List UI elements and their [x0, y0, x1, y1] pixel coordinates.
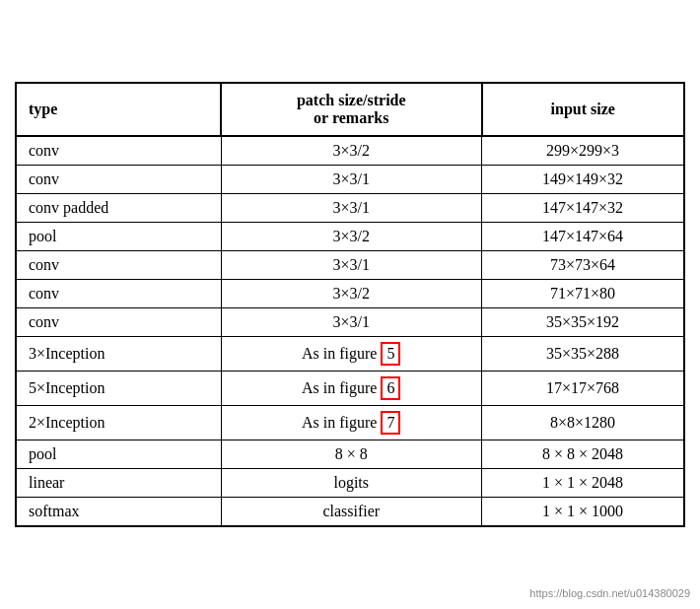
cell-type: conv — [17, 166, 221, 194]
cell-input: 299×299×3 — [482, 136, 683, 166]
cell-input: 73×73×64 — [482, 251, 683, 280]
cell-input: 1 × 1 × 2048 — [482, 469, 683, 498]
table-row: softmaxclassifier1 × 1 × 1000 — [17, 498, 683, 526]
cell-patch: As in figure 7 — [221, 406, 482, 440]
table-row: pool8 × 88 × 8 × 2048 — [17, 440, 683, 469]
cell-patch: classifier — [221, 498, 482, 526]
cell-type: 2×Inception — [17, 406, 221, 440]
cell-type: 3×Inception — [17, 337, 221, 372]
table-row: 2×InceptionAs in figure 78×8×1280 — [17, 406, 683, 440]
cell-patch: As in figure 6 — [221, 372, 482, 406]
cell-type: pool — [17, 440, 221, 469]
cell-input: 8 × 8 × 2048 — [482, 440, 683, 469]
cell-type: pool — [17, 223, 221, 251]
cell-patch: 3×3/1 — [221, 166, 482, 194]
table-row: pool3×3/2147×147×64 — [17, 223, 683, 251]
cell-patch: 8 × 8 — [221, 440, 482, 469]
table-wrapper: type patch size/stride or remarks input … — [15, 82, 685, 527]
cell-type: conv padded — [17, 194, 221, 223]
highlighted-figure-num: 6 — [381, 376, 400, 400]
table-row: conv3×3/2299×299×3 — [17, 136, 683, 166]
cell-patch: 3×3/1 — [221, 194, 482, 223]
cell-input: 149×149×32 — [482, 166, 683, 194]
table-row: conv padded3×3/1147×147×32 — [17, 194, 683, 223]
cell-input: 35×35×288 — [482, 337, 683, 372]
cell-type: 5×Inception — [17, 372, 221, 406]
watermark: https://blog.csdn.net/u014380029 — [529, 587, 690, 599]
cell-input: 35×35×192 — [482, 308, 683, 337]
cell-patch: As in figure 5 — [221, 337, 482, 372]
cell-type: conv — [17, 280, 221, 308]
header-row: type patch size/stride or remarks input … — [17, 84, 683, 136]
col-header-input: input size — [482, 84, 683, 136]
table-row: conv3×3/173×73×64 — [17, 251, 683, 280]
table-row: conv3×3/271×71×80 — [17, 280, 683, 308]
cell-type: conv — [17, 251, 221, 280]
page-container: type patch size/stride or remarks input … — [0, 0, 700, 609]
architecture-table: type patch size/stride or remarks input … — [17, 84, 683, 525]
cell-input: 1 × 1 × 1000 — [482, 498, 683, 526]
cell-patch: logits — [221, 469, 482, 498]
cell-patch: 3×3/2 — [221, 280, 482, 308]
cell-patch: 3×3/1 — [221, 308, 482, 337]
table-row: conv3×3/1149×149×32 — [17, 166, 683, 194]
cell-input: 147×147×32 — [482, 194, 683, 223]
patch-sublabel: or remarks — [314, 109, 388, 126]
cell-type: conv — [17, 136, 221, 166]
input-label: input size — [551, 101, 615, 117]
cell-patch: 3×3/2 — [221, 223, 482, 251]
table-row: 3×InceptionAs in figure 535×35×288 — [17, 337, 683, 372]
col-header-type: type — [17, 84, 221, 136]
table-row: linearlogits1 × 1 × 2048 — [17, 469, 683, 498]
table-row: conv3×3/135×35×192 — [17, 308, 683, 337]
type-label: type — [29, 101, 57, 117]
cell-input: 147×147×64 — [482, 223, 683, 251]
cell-patch: 3×3/1 — [221, 251, 482, 280]
cell-type: conv — [17, 308, 221, 337]
table-row: 5×InceptionAs in figure 617×17×768 — [17, 372, 683, 406]
cell-type: softmax — [17, 498, 221, 526]
highlighted-figure-num: 5 — [381, 342, 400, 366]
cell-type: linear — [17, 469, 221, 498]
cell-input: 8×8×1280 — [482, 406, 683, 440]
cell-input: 71×71×80 — [482, 280, 683, 308]
patch-label: patch size/stride — [297, 92, 406, 108]
cell-input: 17×17×768 — [482, 372, 683, 406]
highlighted-figure-num: 7 — [381, 411, 400, 435]
cell-patch: 3×3/2 — [221, 136, 482, 166]
col-header-patch: patch size/stride or remarks — [221, 84, 482, 136]
